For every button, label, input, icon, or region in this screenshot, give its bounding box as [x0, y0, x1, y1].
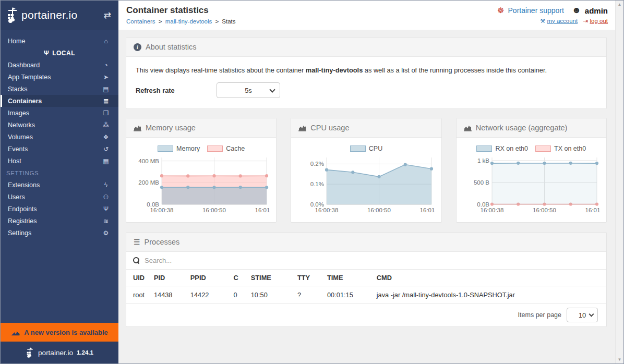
- svg-text:0.1%: 0.1%: [310, 181, 324, 187]
- scroll-up-arrow[interactable]: ▲: [618, 2, 622, 7]
- refresh-rate-select[interactable]: 5s: [217, 82, 280, 98]
- processes-table-footer: Items per page 10: [126, 304, 606, 326]
- refresh-rate-value: 5s: [245, 87, 252, 94]
- my-account[interactable]: ⚒ my account: [540, 18, 578, 25]
- svg-text:16:00:50: 16:00:50: [533, 207, 556, 213]
- sign-out-icon: ⇥: [583, 17, 588, 25]
- wrench-icon: ⚒: [540, 18, 545, 24]
- legend-cache: Cache: [207, 145, 245, 152]
- database-icon: ≋: [102, 217, 110, 225]
- sidebar-item-label: Registries: [8, 217, 102, 225]
- sidebar: portainer.io ⇄ Home⌂ΨLOCALDashboard◔App …: [1, 1, 118, 363]
- legend-memory: Memory: [158, 145, 200, 152]
- sidebar-item-containers[interactable]: Containers≣: [1, 95, 118, 107]
- svg-text:16:01:00: 16:01:00: [420, 207, 435, 213]
- rocket-icon: ➤: [102, 74, 110, 81]
- sidebar-item-label: Host: [8, 157, 102, 165]
- plug-icon: Ψ: [102, 205, 110, 213]
- sidebar-item-endpoints[interactable]: EndpointsΨ: [1, 203, 118, 215]
- legend-tx-on-eth0: TX on eth0: [535, 145, 586, 152]
- processes-search-row: [126, 252, 606, 270]
- cloud-download-icon: ☁▼: [11, 328, 20, 337]
- svg-text:16:00:50: 16:00:50: [367, 207, 391, 213]
- container-name: mall-tiny-devtools: [306, 66, 363, 74]
- endpoint-title-local: ΨLOCAL: [1, 47, 118, 59]
- svg-text:16:00:38: 16:00:38: [315, 207, 339, 213]
- column-header-uid[interactable]: UID: [126, 270, 151, 286]
- svg-text:0.2%: 0.2%: [310, 161, 324, 167]
- endpoint-switch-icon[interactable]: ⇄: [104, 10, 111, 21]
- sidebar-item-volumes[interactable]: Volumes❖: [1, 131, 118, 143]
- cogs-icon: ⚙: [102, 229, 110, 237]
- sidebar-item-registries[interactable]: Registries≋: [1, 215, 118, 227]
- content: i About statistics This view displays re…: [118, 30, 615, 363]
- process-cell: 0: [231, 286, 248, 304]
- sitemap-icon: ⁂: [102, 122, 110, 129]
- refresh-rate-label: Refresh rate: [136, 87, 217, 94]
- column-header-pid[interactable]: PID: [151, 270, 187, 286]
- history-icon: ↺: [102, 145, 110, 153]
- column-header-cmd[interactable]: CMD: [374, 270, 606, 286]
- about-panel-title: About statistics: [146, 43, 197, 51]
- sidebar-item-networks[interactable]: Networks⁂: [1, 119, 118, 131]
- sidebar-item-home[interactable]: Home⌂: [1, 35, 118, 47]
- chart-plot: 1 kB500 B0.0B16:00:3816:00:5016:01:00: [463, 153, 601, 217]
- sidebar-item-label: App Templates: [8, 74, 102, 81]
- sidebar-item-label: Volumes: [8, 134, 102, 141]
- sidebar-item-dashboard[interactable]: Dashboard◔: [1, 59, 118, 71]
- sidebar-item-settings[interactable]: Settings⚙: [1, 227, 118, 239]
- cpu-panel-header: CPU usage: [291, 118, 441, 138]
- breadcrumb-separator: >: [159, 18, 162, 25]
- network-chart: RX on eth0TX on eth0 1 kB500 B0.0B16:00:…: [457, 138, 606, 222]
- chevron-down-icon: [589, 312, 594, 317]
- sidebar-item-extensions[interactable]: Extensionsϟ: [1, 179, 118, 191]
- column-header-c[interactable]: C: [231, 270, 248, 286]
- update-banner[interactable]: ☁▼ A new version is available: [1, 323, 118, 342]
- my-account-link[interactable]: my account: [547, 18, 578, 24]
- portainer-logo[interactable]: portainer.io: [6, 7, 104, 23]
- memory-chart-legend: MemoryCache: [133, 145, 270, 152]
- svg-text:16:01:00: 16:01:00: [255, 207, 270, 213]
- sidebar-item-label: Events: [8, 145, 102, 153]
- about-panel-header: i About statistics: [126, 38, 606, 57]
- sidebar-item-events[interactable]: Events↺: [1, 143, 118, 155]
- processes-search-input[interactable]: [145, 257, 599, 264]
- sidebar-item-users[interactable]: Users⚇: [1, 191, 118, 203]
- network-usage-panel: Network usage (aggregate) RX on eth0TX o…: [456, 118, 607, 223]
- column-header-tty[interactable]: TTY: [294, 270, 324, 286]
- sidebar-item-stacks[interactable]: Stacks▤: [1, 83, 118, 95]
- svg-text:16:01:00: 16:01:00: [585, 207, 600, 213]
- svg-text:200 MB: 200 MB: [138, 179, 159, 186]
- breadcrumb-containers-link[interactable]: Containers: [126, 18, 155, 25]
- area-chart-icon: [134, 125, 141, 131]
- column-header-stime[interactable]: STIME: [248, 270, 294, 286]
- tachometer-icon: ◔: [102, 62, 110, 69]
- portainer-support-link[interactable]: Portainer support: [508, 6, 564, 15]
- page-header: Container statistics Containers > mall-t…: [118, 1, 615, 30]
- tasks-icon: ☰: [134, 238, 140, 246]
- memory-panel-header: Memory usage: [126, 118, 276, 138]
- processes-table-body: root1443814422010:50?00:01:15java -jar /…: [126, 286, 606, 304]
- column-header-time[interactable]: TIME: [324, 270, 374, 286]
- cpu-chart-legend: CPU: [297, 145, 435, 152]
- processes-panel-header: ☰ Processes: [126, 233, 606, 252]
- process-cell: root: [126, 286, 151, 304]
- vertical-scrollbar[interactable]: ▲ ▼: [615, 1, 623, 363]
- sidebar-item-host[interactable]: Host▦: [1, 155, 118, 167]
- breadcrumb-container-link[interactable]: mall-tiny-devtools: [165, 18, 212, 25]
- scroll-down-arrow[interactable]: ▼: [618, 357, 622, 362]
- sidebar-item-images[interactable]: Images❐: [1, 107, 118, 119]
- network-chart-legend: RX on eth0TX on eth0: [463, 145, 600, 152]
- process-cell: 14438: [151, 286, 187, 304]
- column-header-ppid[interactable]: PPID: [187, 270, 231, 286]
- sidebar-item-app-templates[interactable]: App Templates➤: [1, 71, 118, 83]
- sidebar-footer: portainer.io 1.24.1: [1, 342, 118, 363]
- area-chart-icon: [298, 125, 306, 131]
- sidebar-category-settings: SETTINGS: [1, 167, 118, 179]
- process-cell: java -jar /mall-tiny-devtools-1.0-SNAPSH…: [374, 286, 606, 304]
- th-icon: ▦: [102, 157, 110, 165]
- log-out[interactable]: ⇥ log out: [583, 17, 608, 25]
- memory-panel-title: Memory usage: [146, 124, 196, 132]
- items-per-page-select[interactable]: 10: [567, 308, 598, 322]
- log-out-link[interactable]: log out: [590, 18, 608, 24]
